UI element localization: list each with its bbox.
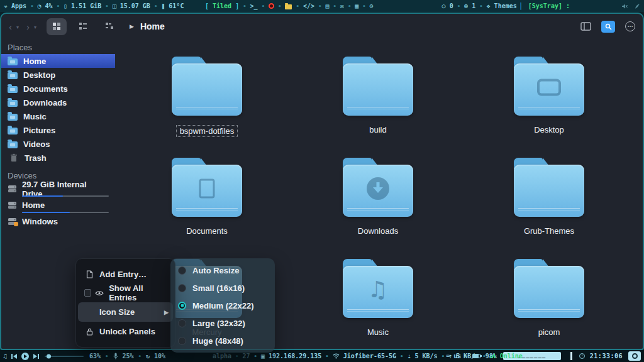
radio-unselected[interactable] bbox=[178, 337, 186, 345]
sidebar-item-pictures[interactable]: Pictures bbox=[1, 123, 115, 137]
upload-icon: ⇡ bbox=[448, 353, 452, 359]
sidebar-item-downloads[interactable]: Downloads bbox=[1, 96, 115, 109]
code-editor-launcher-icon[interactable]: </> bbox=[303, 3, 314, 9]
sidebar-item-documents[interactable]: Documents bbox=[1, 82, 115, 96]
volume-slider-knob[interactable] bbox=[47, 354, 51, 358]
sidebar-item-label: Downloads bbox=[23, 98, 67, 107]
search-button[interactable] bbox=[601, 21, 615, 33]
volume-slider[interactable] bbox=[45, 356, 84, 357]
device-label: Windows bbox=[22, 217, 58, 226]
submenu-item-large[interactable]: Large (32x32) bbox=[170, 314, 275, 332]
back-history-dropdown[interactable]: ▾ bbox=[16, 25, 19, 30]
github-icon[interactable]: ○ bbox=[442, 3, 446, 9]
microphone-icon[interactable] bbox=[113, 353, 118, 359]
folder-item-downloads[interactable]: Downloads bbox=[341, 158, 414, 259]
previous-track-button[interactable] bbox=[11, 354, 17, 359]
separator-dot: • bbox=[278, 3, 281, 9]
workspace-count: 27 bbox=[243, 353, 250, 359]
display-emblem-icon bbox=[537, 79, 561, 96]
files-launcher-icon[interactable] bbox=[285, 4, 292, 9]
chat-launcher-icon[interactable]: ✉ bbox=[340, 3, 344, 9]
submenu-item-auto-resize[interactable]: Auto Resize bbox=[170, 261, 275, 279]
folder-item-picom[interactable]: picom bbox=[513, 259, 586, 350]
folder-item-music[interactable]: ♫ Music bbox=[341, 259, 414, 350]
sidebar-item-home[interactable]: Home bbox=[1, 54, 115, 68]
hamburger-menu-button[interactable]: ⋯ bbox=[625, 21, 635, 31]
cpu-icon: ◔ bbox=[38, 3, 42, 9]
device-windows-partition[interactable]: Windows bbox=[1, 215, 115, 229]
sidebar-item-videos[interactable]: Videos bbox=[1, 137, 115, 151]
split-panel-icon[interactable] bbox=[580, 22, 591, 31]
separator-dot: • bbox=[30, 3, 33, 9]
forward-button[interactable]: › bbox=[26, 22, 30, 31]
folder-label: Desktop bbox=[534, 125, 564, 134]
disk-icon: ◫ bbox=[113, 3, 116, 9]
compact-view-button[interactable] bbox=[99, 18, 119, 35]
radio-unselected[interactable] bbox=[178, 319, 186, 327]
radio-unselected[interactable] bbox=[178, 284, 186, 292]
separator-dot: • bbox=[325, 353, 328, 359]
separator-dot: • bbox=[362, 3, 365, 9]
folder-item-build[interactable]: build bbox=[341, 57, 414, 158]
menu-item-unlock-panels[interactable]: Unlock Panels bbox=[76, 322, 175, 341]
browser-launcher-icon[interactable] bbox=[269, 3, 274, 9]
brightness-icon[interactable]: ↻ bbox=[146, 353, 150, 359]
separator-dot: • bbox=[105, 3, 108, 9]
next-track-button[interactable] bbox=[33, 354, 39, 359]
apps-menu[interactable]: Apps bbox=[11, 3, 26, 9]
folder-label: picom bbox=[538, 327, 560, 337]
folder-label: Documents bbox=[186, 226, 228, 236]
menu-item-show-all-entries[interactable]: Show All Entries bbox=[76, 283, 175, 302]
sidebar-item-music[interactable]: Music bbox=[1, 109, 115, 123]
themes-label[interactable]: Themes bbox=[494, 3, 517, 9]
submenu-item-medium[interactable]: Medium (22x22) bbox=[170, 297, 275, 314]
forward-history-dropdown[interactable]: ▾ bbox=[34, 25, 36, 30]
terminal-launcher-icon[interactable]: >_ bbox=[250, 3, 258, 9]
sidebar-item-trash[interactable]: Trash bbox=[1, 151, 115, 165]
radio-unselected[interactable] bbox=[178, 266, 186, 275]
device-home-partition[interactable]: Home bbox=[1, 199, 115, 215]
volume-mute-icon[interactable] bbox=[621, 3, 628, 9]
power-button[interactable] bbox=[628, 351, 641, 361]
drive-icon bbox=[8, 201, 17, 209]
submenu-item-huge[interactable]: Huge (48x48) bbox=[170, 332, 275, 349]
folder-item-bspwm-dotfiles[interactable]: bspwm-dotfiles bbox=[170, 57, 243, 158]
menu-item-icon-size[interactable]: Icon Size ▶ bbox=[78, 302, 173, 322]
unmounted-badge bbox=[14, 222, 18, 226]
updates-icon[interactable]: ⊚ bbox=[464, 3, 468, 9]
icon-view-button[interactable] bbox=[47, 18, 67, 35]
menu-item-label: Unlock Panels bbox=[99, 327, 155, 336]
folder-icon bbox=[170, 158, 243, 218]
docs-launcher-icon[interactable]: ▤ bbox=[325, 3, 329, 9]
media-launcher-icon[interactable]: ▦ bbox=[355, 3, 358, 9]
menu-item-add-entry[interactable]: Add Entry… bbox=[76, 265, 175, 283]
music-note-icon: ♫ bbox=[3, 353, 7, 359]
separator-dot: • bbox=[262, 3, 265, 9]
systray-separator: ▏ bbox=[521, 3, 525, 9]
wifi-icon[interactable] bbox=[333, 353, 340, 359]
bottom-status-bar: ♫ 63% • 25% • ↻ 10% alpha • 27 • ▣ 192.1… bbox=[0, 350, 644, 362]
disk-usage-bar bbox=[22, 212, 109, 213]
device-internal-drive[interactable]: 29.7 GiB Internal Drive… bbox=[1, 182, 115, 199]
folder-item-desktop[interactable]: Desktop bbox=[513, 57, 586, 158]
layout-mode[interactable]: Tiled bbox=[213, 3, 231, 9]
distro-logo-icon[interactable]: ☣ bbox=[4, 3, 8, 9]
submenu-item-small[interactable]: Small (16x16) bbox=[170, 279, 275, 297]
back-button[interactable]: ‹ bbox=[9, 22, 12, 31]
list-view-button[interactable] bbox=[73, 18, 93, 35]
checkbox[interactable] bbox=[84, 289, 91, 297]
sidebar-item-desktop[interactable]: Desktop bbox=[1, 68, 115, 82]
folder-label: build bbox=[369, 125, 386, 134]
temperature-value: 61°C bbox=[169, 3, 184, 9]
separator-dot: • bbox=[254, 353, 257, 359]
play-button[interactable] bbox=[21, 353, 29, 360]
folder-icon: ♫ bbox=[341, 259, 414, 319]
folder-item-documents[interactable]: Documents bbox=[170, 158, 243, 259]
folder-item-grub-themes[interactable]: Grub-Themes bbox=[513, 158, 586, 259]
microphone-status-icon[interactable] bbox=[634, 3, 640, 9]
breadcrumb[interactable]: Home bbox=[140, 21, 165, 31]
radio-selected[interactable] bbox=[178, 302, 186, 310]
settings-launcher-icon[interactable]: ⚙ bbox=[370, 3, 374, 9]
disk-usage: 15.07 GB bbox=[120, 3, 150, 9]
themes-icon[interactable]: ❖ bbox=[487, 3, 491, 9]
